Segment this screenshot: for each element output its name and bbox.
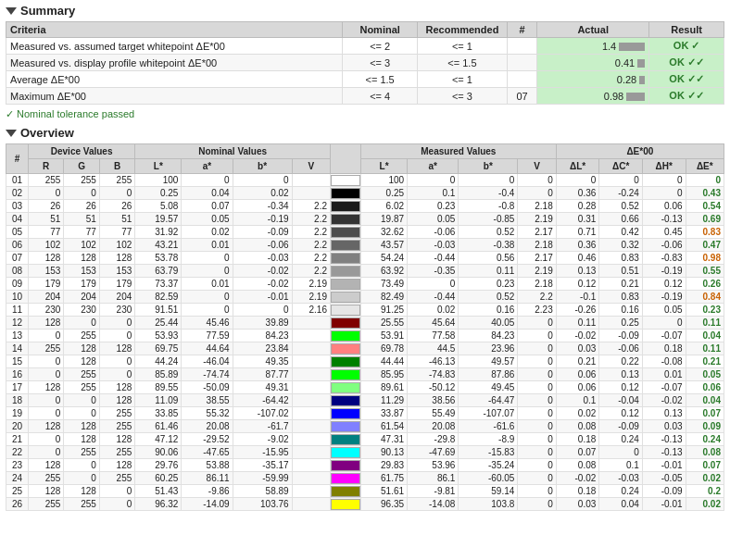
row-b: 0 xyxy=(99,355,134,368)
row-dh: 0 xyxy=(642,317,686,330)
row-ml: 61.75 xyxy=(361,472,408,485)
row-nb: -0.03 xyxy=(233,252,292,265)
row-dl: 0.11 xyxy=(556,317,599,330)
row-ma: 0.1 xyxy=(408,187,459,200)
row-de: 0.23 xyxy=(686,304,724,317)
row-id: 20 xyxy=(6,420,29,433)
row-nl: 33.85 xyxy=(135,407,182,420)
row-de: 0.06 xyxy=(686,381,724,394)
col-nb: b* xyxy=(233,159,292,174)
row-nb: -15.95 xyxy=(233,446,292,459)
row-nv: 2.16 xyxy=(292,304,330,317)
row-nv: 2.2 xyxy=(292,265,330,278)
row-id: 05 xyxy=(6,226,29,239)
row-dl: 0.03 xyxy=(556,342,599,355)
row-g: 179 xyxy=(64,278,99,291)
row-nv: 2.2 xyxy=(292,252,330,265)
row-dc: 0.83 xyxy=(599,291,643,304)
row-id: 17 xyxy=(6,381,29,394)
row-id: 19 xyxy=(6,407,29,420)
row-dh: -0.07 xyxy=(642,330,686,342)
row-na: -29.52 xyxy=(182,433,233,446)
row-dh: -0.19 xyxy=(642,265,686,278)
row-mv: 0 xyxy=(518,498,556,511)
row-swatch xyxy=(331,265,361,278)
summary-result: OK ✓✓ xyxy=(649,88,724,105)
row-nl: 90.06 xyxy=(135,446,182,459)
row-mb: -0.8 xyxy=(459,200,518,213)
summary-result: OK ✓✓ xyxy=(649,71,724,88)
row-dc: -0.24 xyxy=(599,187,643,200)
row-mv: 2.18 xyxy=(518,239,556,252)
row-mv: 0 xyxy=(518,420,556,433)
row-swatch xyxy=(331,226,361,239)
row-ma: -0.44 xyxy=(408,252,459,265)
row-r: 179 xyxy=(29,278,64,291)
row-ma: -14.08 xyxy=(408,498,459,511)
row-mv: 2.17 xyxy=(518,252,556,265)
row-b: 128 xyxy=(99,394,134,407)
overview-table: # Device Values Nominal Values Measured … xyxy=(6,143,724,511)
row-ma: 55.49 xyxy=(408,407,459,420)
row-ml: 44.44 xyxy=(361,355,408,368)
row-dl: 0.36 xyxy=(556,239,599,252)
summary-hash xyxy=(507,71,536,88)
row-swatch xyxy=(331,174,361,187)
col-dl: ΔL* xyxy=(556,159,599,174)
row-de: 0.69 xyxy=(686,213,724,226)
row-mb: 0.52 xyxy=(459,226,518,239)
row-id: 02 xyxy=(6,187,29,200)
row-dc: -0.09 xyxy=(599,330,643,342)
row-ma: 0.02 xyxy=(408,304,459,317)
summary-nominal: <= 2 xyxy=(343,38,418,55)
row-r: 230 xyxy=(29,304,64,317)
row-g: 128 xyxy=(64,342,99,355)
row-na: 55.32 xyxy=(182,407,233,420)
row-swatch xyxy=(331,433,361,446)
row-b: 179 xyxy=(99,278,134,291)
row-mb: -0.4 xyxy=(459,187,518,200)
summary-toggle-icon[interactable] xyxy=(6,7,17,15)
row-de: 0.55 xyxy=(686,265,724,278)
row-g: 255 xyxy=(64,446,99,459)
row-r: 255 xyxy=(29,498,64,511)
row-g: 255 xyxy=(64,174,99,187)
row-dc: 0.12 xyxy=(599,407,643,420)
row-id: 24 xyxy=(6,472,29,485)
col-b: B xyxy=(99,159,134,174)
row-nv xyxy=(292,187,330,200)
overview-toggle-icon[interactable] xyxy=(6,130,17,137)
row-de: 0.98 xyxy=(686,252,724,265)
row-mv: 0 xyxy=(518,355,556,368)
row-id: 22 xyxy=(6,446,29,459)
row-nv xyxy=(292,472,330,485)
row-b: 128 xyxy=(99,342,134,355)
row-nl: 19.57 xyxy=(135,213,182,226)
row-dh: -0.01 xyxy=(642,498,686,511)
row-dc: 0.04 xyxy=(599,498,643,511)
row-ma: 44.5 xyxy=(408,342,459,355)
row-r: 0 xyxy=(29,446,64,459)
row-nb: 49.35 xyxy=(233,355,292,368)
row-nl: 0.25 xyxy=(135,187,182,200)
row-b: 0 xyxy=(99,317,134,330)
row-mv: 2.19 xyxy=(518,265,556,278)
row-dl: 0.03 xyxy=(556,498,599,511)
col-hash: # xyxy=(507,22,536,38)
row-nl: 11.09 xyxy=(135,394,182,407)
row-mb: -35.24 xyxy=(459,459,518,472)
row-na: 0.04 xyxy=(182,187,233,200)
row-b: 255 xyxy=(99,174,134,187)
row-dh: 0.05 xyxy=(642,304,686,317)
row-mv: 2.18 xyxy=(518,200,556,213)
row-nv xyxy=(292,368,330,381)
row-dh: -0.13 xyxy=(642,433,686,446)
row-na: 0 xyxy=(182,291,233,304)
col-ml: L* xyxy=(361,159,408,174)
row-nl: 43.21 xyxy=(135,239,182,252)
row-dc: 0.22 xyxy=(599,355,643,368)
row-r: 26 xyxy=(29,200,64,213)
row-na: 0.07 xyxy=(182,200,233,213)
row-b: 77 xyxy=(99,226,134,239)
row-swatch xyxy=(331,446,361,459)
